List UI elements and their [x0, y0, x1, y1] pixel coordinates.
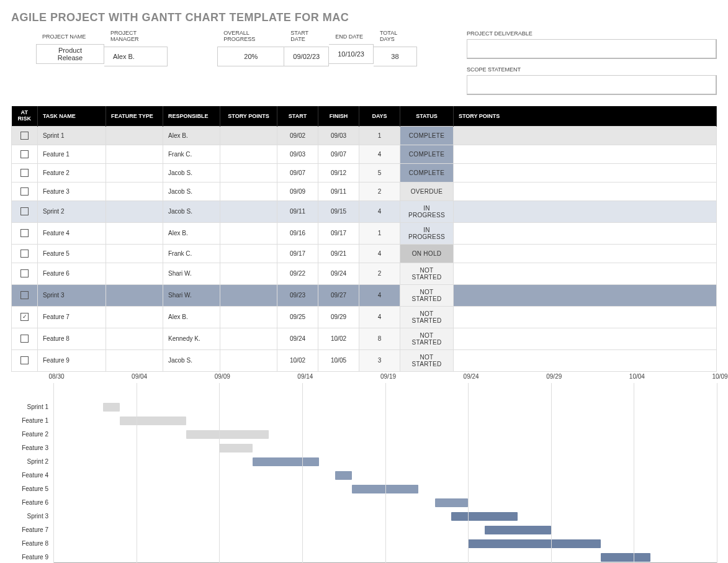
status-cell[interactable]: COMPLETE	[400, 126, 454, 145]
responsible-cell[interactable]: Shari W.	[163, 263, 220, 284]
story-points2-cell[interactable]	[454, 349, 717, 371]
start-cell[interactable]: 09/11	[277, 200, 318, 222]
story-points-cell[interactable]	[220, 349, 277, 371]
at-risk-checkbox[interactable]	[20, 169, 29, 177]
at-risk-checkbox[interactable]: ✓	[20, 313, 29, 321]
at-risk-checkbox[interactable]	[20, 250, 29, 258]
gantt-bar[interactable]	[219, 444, 252, 453]
task-name-cell[interactable]: Feature 6	[38, 263, 106, 284]
gantt-bar[interactable]	[186, 430, 269, 439]
end-date-value[interactable]: 10/10/23	[329, 44, 374, 64]
start-cell[interactable]: 10/02	[277, 349, 318, 371]
task-name-cell[interactable]: Feature 9	[38, 349, 106, 371]
feature-type-cell[interactable]	[106, 328, 163, 349]
start-cell[interactable]: 09/02	[277, 126, 318, 145]
start-cell[interactable]: 09/23	[277, 284, 318, 306]
story-points2-cell[interactable]	[454, 284, 717, 306]
start-cell[interactable]: 09/07	[277, 163, 318, 182]
at-risk-checkbox[interactable]	[20, 207, 29, 215]
scope-statement-input[interactable]	[467, 75, 717, 95]
start-date-value[interactable]: 09/02/23	[284, 47, 329, 66]
project-manager-value[interactable]: Alex B.	[104, 47, 168, 66]
start-cell[interactable]: 09/03	[277, 145, 318, 163]
story-points-cell[interactable]	[220, 182, 277, 200]
start-cell[interactable]: 09/22	[277, 263, 318, 284]
finish-cell[interactable]: 09/29	[318, 306, 359, 328]
story-points-cell[interactable]	[220, 200, 277, 222]
finish-cell[interactable]: 09/27	[318, 284, 359, 306]
story-points2-cell[interactable]	[454, 222, 717, 244]
responsible-cell[interactable]: Kennedy K.	[163, 328, 220, 349]
gantt-bar[interactable]	[335, 471, 352, 480]
feature-type-cell[interactable]	[106, 244, 163, 263]
at-risk-checkbox[interactable]	[20, 291, 29, 299]
feature-type-cell[interactable]	[106, 284, 163, 306]
task-name-cell[interactable]: Feature 4	[38, 222, 106, 244]
start-cell[interactable]: 09/17	[277, 244, 318, 263]
start-cell[interactable]: 09/25	[277, 306, 318, 328]
finish-cell[interactable]: 09/24	[318, 263, 359, 284]
finish-cell[interactable]: 09/07	[318, 145, 359, 163]
start-cell[interactable]: 09/24	[277, 328, 318, 349]
gantt-bar[interactable]	[451, 512, 518, 521]
responsible-cell[interactable]: Jacob S.	[163, 349, 220, 371]
at-risk-checkbox[interactable]	[20, 335, 29, 343]
status-cell[interactable]: NOT STARTED	[400, 263, 454, 284]
project-deliverable-input[interactable]	[467, 39, 717, 59]
status-cell[interactable]: IN PROGRESS	[400, 222, 454, 244]
task-name-cell[interactable]: Feature 3	[38, 182, 106, 200]
story-points2-cell[interactable]	[454, 306, 717, 328]
status-cell[interactable]: COMPLETE	[400, 145, 454, 163]
story-points-cell[interactable]	[220, 284, 277, 306]
story-points-cell[interactable]	[220, 244, 277, 263]
task-name-cell[interactable]: Feature 5	[38, 244, 106, 263]
finish-cell[interactable]: 09/11	[318, 182, 359, 200]
gantt-bar[interactable]	[253, 457, 319, 466]
story-points-cell[interactable]	[220, 126, 277, 145]
responsible-cell[interactable]: Alex B.	[163, 222, 220, 244]
story-points2-cell[interactable]	[454, 182, 717, 200]
finish-cell[interactable]: 09/15	[318, 200, 359, 222]
status-cell[interactable]: IN PROGRESS	[400, 200, 454, 222]
task-name-cell[interactable]: Sprint 1	[38, 126, 106, 145]
task-name-cell[interactable]: Feature 1	[38, 145, 106, 163]
finish-cell[interactable]: 09/12	[318, 163, 359, 182]
at-risk-checkbox[interactable]	[20, 187, 29, 196]
responsible-cell[interactable]: Frank C.	[163, 244, 220, 263]
task-name-cell[interactable]: Feature 2	[38, 163, 106, 182]
feature-type-cell[interactable]	[106, 182, 163, 200]
story-points2-cell[interactable]	[454, 163, 717, 182]
feature-type-cell[interactable]	[106, 145, 163, 163]
feature-type-cell[interactable]	[106, 263, 163, 284]
responsible-cell[interactable]: Jacob S.	[163, 182, 220, 200]
project-name-value[interactable]: Product Release	[36, 44, 104, 64]
responsible-cell[interactable]: Jacob S.	[163, 200, 220, 222]
gantt-bar[interactable]	[435, 498, 468, 507]
at-risk-checkbox[interactable]	[20, 269, 29, 277]
gantt-bar[interactable]	[120, 417, 186, 425]
status-cell[interactable]: ON HOLD	[400, 244, 454, 263]
gantt-bar[interactable]	[103, 403, 120, 412]
responsible-cell[interactable]: Shari W.	[163, 284, 220, 306]
at-risk-checkbox[interactable]	[20, 150, 29, 158]
gantt-bar[interactable]	[601, 553, 650, 562]
story-points2-cell[interactable]	[454, 145, 717, 163]
story-points-cell[interactable]	[220, 263, 277, 284]
story-points2-cell[interactable]	[454, 263, 717, 284]
feature-type-cell[interactable]	[106, 222, 163, 244]
start-cell[interactable]: 09/16	[277, 222, 318, 244]
responsible-cell[interactable]: Alex B.	[163, 126, 220, 145]
at-risk-checkbox[interactable]	[20, 132, 29, 140]
story-points-cell[interactable]	[220, 306, 277, 328]
at-risk-checkbox[interactable]	[20, 229, 29, 237]
finish-cell[interactable]: 10/02	[318, 328, 359, 349]
status-cell[interactable]: NOT STARTED	[400, 306, 454, 328]
story-points-cell[interactable]	[220, 222, 277, 244]
feature-type-cell[interactable]	[106, 163, 163, 182]
status-cell[interactable]: OVERDUE	[400, 182, 454, 200]
task-name-cell[interactable]: Feature 7	[38, 306, 106, 328]
responsible-cell[interactable]: Frank C.	[163, 145, 220, 163]
story-points-cell[interactable]	[220, 145, 277, 163]
task-name-cell[interactable]: Sprint 2	[38, 200, 106, 222]
finish-cell[interactable]: 09/21	[318, 244, 359, 263]
